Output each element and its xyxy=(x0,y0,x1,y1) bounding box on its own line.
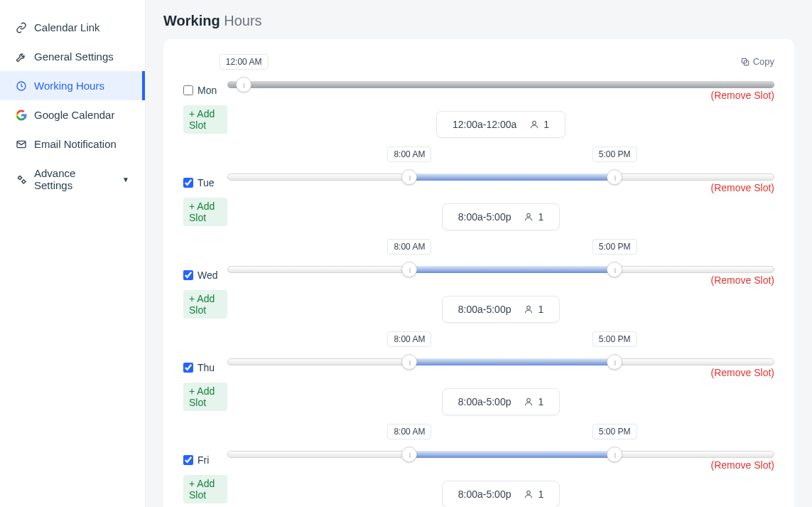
slider-handle-left[interactable] xyxy=(401,354,417,370)
day-checkbox-thu[interactable] xyxy=(183,363,193,373)
slider-fri[interactable]: 8:00 AM 5:00 PM xyxy=(227,441,774,472)
slider-tooltip-right: 5:00 PM xyxy=(592,239,637,255)
summary-time: 8:00a-5:00p xyxy=(458,396,511,407)
user-icon xyxy=(524,397,534,407)
sidebar-item-email-notification[interactable]: Email Notification xyxy=(0,129,145,159)
gears-icon xyxy=(16,174,27,185)
slider-thu[interactable]: 8:00 AM 5:00 PM xyxy=(227,348,774,380)
day-label-tue[interactable]: Tue xyxy=(183,169,215,196)
slider-mon[interactable]: 12:00 AM xyxy=(227,71,774,102)
day-checkbox-fri[interactable] xyxy=(183,455,193,465)
slider-tooltip-right: 5:00 PM xyxy=(592,424,637,439)
caret-down-icon: ▼ xyxy=(122,176,129,183)
svg-point-8 xyxy=(527,306,531,309)
summary-chip-tue[interactable]: 8:00a-5:00p 1 xyxy=(442,203,561,230)
summary-count: 1 xyxy=(538,396,543,407)
summary-time: 8:00a-5:00p xyxy=(458,489,511,500)
remove-slot-wed[interactable]: (Remove Slot) xyxy=(711,274,774,286)
summary-chip-fri[interactable]: 8:00a-5:00p 1 xyxy=(442,481,561,507)
sidebar-item-general-settings[interactable]: General Settings xyxy=(0,42,145,71)
slider-handle-left[interactable] xyxy=(236,77,251,92)
day-checkbox-tue[interactable] xyxy=(183,178,193,188)
copy-button[interactable]: Copy xyxy=(183,56,774,67)
summary-time: 12:00a-12:00a xyxy=(453,119,516,130)
summary-count: 1 xyxy=(538,489,543,500)
slider-handle-right[interactable] xyxy=(607,262,622,277)
user-icon xyxy=(524,212,534,222)
copy-label: Copy xyxy=(753,56,774,67)
svg-point-6 xyxy=(533,121,536,124)
summary-count: 1 xyxy=(538,304,543,315)
link-icon xyxy=(16,22,27,33)
summary-count: 1 xyxy=(543,119,549,130)
slider-handle-left[interactable] xyxy=(401,262,417,277)
slider-tue[interactable]: 8:00 AM 5:00 PM xyxy=(227,164,774,195)
slider-tooltip-left: 8:00 AM xyxy=(387,239,431,255)
svg-point-2 xyxy=(18,176,21,179)
main-content: Working Hours Copy 12:00 AM xyxy=(146,0,812,507)
page-title: Working Hours xyxy=(163,0,794,39)
mail-icon xyxy=(16,139,27,150)
slider-wed[interactable]: 8:00 AM 5:00 PM xyxy=(227,256,774,287)
add-slot-mon[interactable]: + Add Slot xyxy=(183,105,227,134)
day-label-thu[interactable]: Thu xyxy=(183,354,215,381)
google-icon xyxy=(16,110,27,121)
summary-chip-wed[interactable]: 8:00a-5:00p 1 xyxy=(442,296,561,323)
copy-icon xyxy=(740,57,750,67)
summary-time: 8:00a-5:00p xyxy=(458,304,511,315)
slider-handle-left[interactable] xyxy=(401,447,417,462)
slider-handle-left[interactable] xyxy=(401,169,417,185)
day-mon: 12:00 AM Mon + Add Slot (Remove xyxy=(183,71,774,138)
sidebar-item-calendar-link[interactable]: Calendar Link xyxy=(0,13,145,42)
sidebar-item-label: Working Hours xyxy=(34,80,104,92)
remove-slot-tue[interactable]: (Remove Slot) xyxy=(711,182,774,193)
day-checkbox-wed[interactable] xyxy=(183,270,193,280)
add-slot-wed[interactable]: + Add Slot xyxy=(183,290,227,319)
day-thu: 8:00 AM 5:00 PM Thu + Add Slot xyxy=(183,348,774,415)
svg-point-10 xyxy=(527,491,531,494)
clock-icon xyxy=(16,80,27,92)
slider-tooltip-left: 8:00 AM xyxy=(387,424,431,439)
slider-tooltip-left: 8:00 AM xyxy=(387,146,431,162)
day-wed: 8:00 AM 5:00 PM Wed + Add Slot xyxy=(183,256,774,323)
day-tue: 8:00 AM 5:00 PM Tue + Add Slot xyxy=(183,164,774,230)
user-icon xyxy=(524,489,534,499)
remove-slot-mon[interactable]: (Remove Slot) xyxy=(711,90,774,101)
summary-count: 1 xyxy=(538,211,543,223)
add-slot-fri[interactable]: + Add Slot xyxy=(183,475,227,503)
day-label-fri[interactable]: Fri xyxy=(183,447,209,474)
remove-slot-fri[interactable]: (Remove Slot) xyxy=(711,459,774,471)
day-label-mon[interactable]: Mon xyxy=(183,77,217,104)
sidebar-item-working-hours[interactable]: Working Hours xyxy=(0,71,145,100)
slider-handle-right[interactable] xyxy=(607,169,622,185)
remove-slot-thu[interactable]: (Remove Slot) xyxy=(711,367,774,378)
slider-tooltip-left: 8:00 AM xyxy=(387,331,431,347)
slider-tooltip-right: 5:00 PM xyxy=(592,331,637,347)
summary-time: 8:00a-5:00p xyxy=(458,211,511,223)
working-hours-card: Copy 12:00 AM Mon xyxy=(163,39,794,507)
slider-tooltip-right: 5:00 PM xyxy=(592,146,637,162)
day-fri: 8:00 AM 5:00 PM Fri + Add Slot xyxy=(183,441,774,507)
add-slot-thu[interactable]: + Add Slot xyxy=(183,383,227,411)
sidebar-item-advance-settings[interactable]: Advance Settings ▼ xyxy=(0,159,145,200)
slider-handle-right[interactable] xyxy=(607,354,622,370)
svg-point-7 xyxy=(527,213,531,217)
sidebar-item-label: Calendar Link xyxy=(34,21,100,33)
summary-chip-thu[interactable]: 8:00a-5:00p 1 xyxy=(442,388,561,415)
day-checkbox-mon[interactable] xyxy=(183,85,193,95)
sidebar-item-label: Google Calendar xyxy=(34,109,114,121)
svg-point-9 xyxy=(527,398,531,402)
sidebar-item-google-calendar[interactable]: Google Calendar xyxy=(0,100,145,129)
svg-point-3 xyxy=(22,180,25,183)
day-label-wed[interactable]: Wed xyxy=(183,262,218,289)
user-icon xyxy=(524,304,534,314)
wrench-icon xyxy=(16,51,27,63)
slider-tooltip-left: 12:00 AM xyxy=(220,54,269,70)
user-icon xyxy=(529,119,539,129)
add-slot-tue[interactable]: + Add Slot xyxy=(183,198,227,226)
slider-handle-right[interactable] xyxy=(607,447,622,462)
sidebar-item-label: Email Notification xyxy=(34,138,117,150)
summary-chip-mon[interactable]: 12:00a-12:00a 1 xyxy=(436,111,565,138)
sidebar-item-label: General Settings xyxy=(34,50,114,63)
sidebar: Calendar Link General Settings Working H… xyxy=(0,0,146,507)
